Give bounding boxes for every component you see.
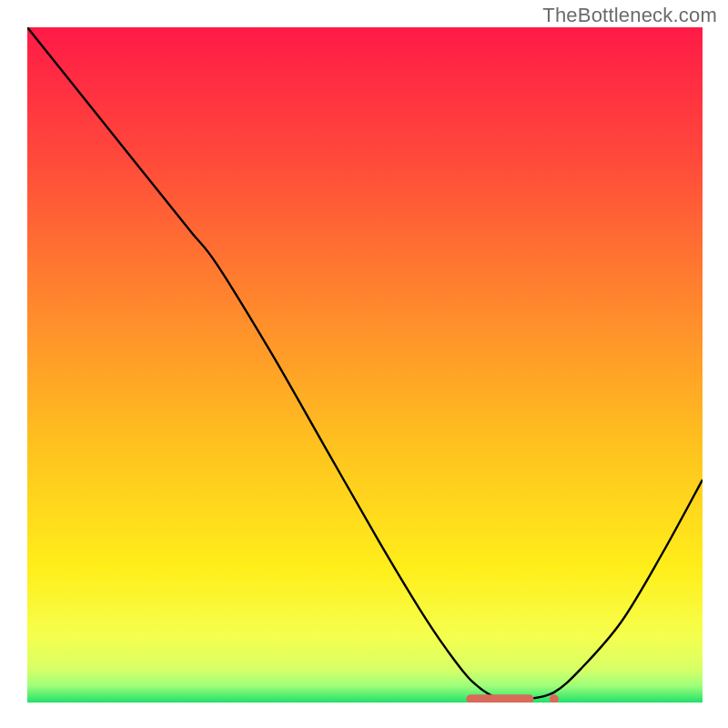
watermark-text: TheBottleneck.com — [542, 4, 717, 27]
chart-stage: TheBottleneck.com — [0, 0, 728, 728]
chart-svg — [27, 27, 703, 703]
optimal-range-bar — [466, 694, 533, 703]
gradient-background — [27, 27, 703, 703]
plot-area — [27, 27, 703, 703]
